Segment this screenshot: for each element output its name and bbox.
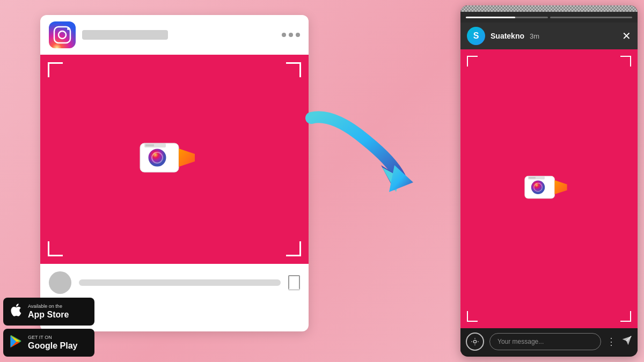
- googleplay-text: GET IT ON Google Play: [28, 335, 77, 351]
- story-progress-bar: [460, 12, 638, 23]
- bracket-bottom-left: [48, 241, 63, 256]
- story-progress-2: [550, 17, 632, 18]
- svg-point-18: [473, 340, 476, 343]
- arrow-container: [301, 107, 408, 204]
- story-username: Suatekno: [491, 32, 524, 40]
- appstore-large-text: App Store: [28, 309, 69, 320]
- app-store-badges: Available on the App Store GET IT ON Goo…: [3, 298, 94, 357]
- googleplay-small-text: GET IT ON: [28, 335, 77, 341]
- ig-bookmark-icon[interactable]: [288, 275, 300, 290]
- bracket-bottom-right: [286, 241, 301, 256]
- ig-username-bar: [82, 30, 168, 40]
- apple-icon: [9, 302, 24, 321]
- ig-footer-bar: [79, 279, 281, 286]
- story-progress-1: [466, 17, 548, 18]
- checker-bg: [460, 5, 638, 12]
- appstore-small-text: Available on the: [28, 304, 69, 309]
- story-send-button[interactable]: [621, 335, 632, 349]
- story-camera-button[interactable]: [466, 333, 484, 351]
- ig-user-avatar: [49, 271, 71, 294]
- story-bracket-tl: [467, 56, 478, 67]
- dot-3: [296, 33, 300, 37]
- story-bracket-br: [620, 311, 631, 322]
- instagram-post-mockup: [40, 15, 309, 331]
- dot-2: [289, 33, 293, 37]
- camera-video-icon-left: [139, 137, 198, 182]
- story-bracket-bl: [467, 311, 478, 322]
- story-close-button[interactable]: ✕: [622, 29, 631, 42]
- svg-marker-20: [623, 336, 632, 345]
- story-message-placeholder: Your message...: [497, 338, 544, 345]
- story-more-button[interactable]: ⋮: [606, 336, 616, 348]
- story-progress-fill: [466, 17, 515, 18]
- story-header: S Suatekno 3m ✕: [460, 23, 638, 49]
- ig-footer: [40, 264, 309, 301]
- story-time: 3m: [530, 32, 539, 40]
- bracket-top-right: [286, 62, 301, 77]
- ig-post-area: [40, 55, 309, 264]
- story-message-input[interactable]: Your message...: [489, 333, 601, 350]
- story-content: [460, 49, 638, 328]
- story-avatar: S: [467, 27, 485, 45]
- googleplay-badge[interactable]: GET IT ON Google Play: [3, 329, 94, 357]
- googleplay-large-text: Google Play: [28, 341, 77, 351]
- appstore-badge[interactable]: Available on the App Store: [3, 298, 94, 326]
- instagram-story-mockup: S Suatekno 3m ✕: [460, 5, 638, 357]
- camera-video-icon-right: [524, 171, 569, 206]
- svg-rect-16: [529, 177, 536, 179]
- ig-header: [40, 15, 309, 55]
- ig-more-dots[interactable]: [282, 33, 300, 37]
- dot-1: [282, 33, 286, 37]
- direction-arrow: [301, 107, 424, 215]
- instagram-logo: [49, 21, 76, 48]
- bracket-top-left: [48, 62, 63, 77]
- svg-point-3: [67, 28, 69, 30]
- story-bracket-tr: [620, 56, 631, 67]
- svg-rect-0: [49, 21, 76, 48]
- svg-rect-9: [145, 144, 154, 146]
- svg-marker-10: [179, 149, 195, 167]
- story-footer: Your message... ⋮: [460, 328, 638, 355]
- svg-marker-17: [554, 180, 567, 194]
- googleplay-icon: [9, 334, 24, 352]
- appstore-text: Available on the App Store: [28, 304, 69, 320]
